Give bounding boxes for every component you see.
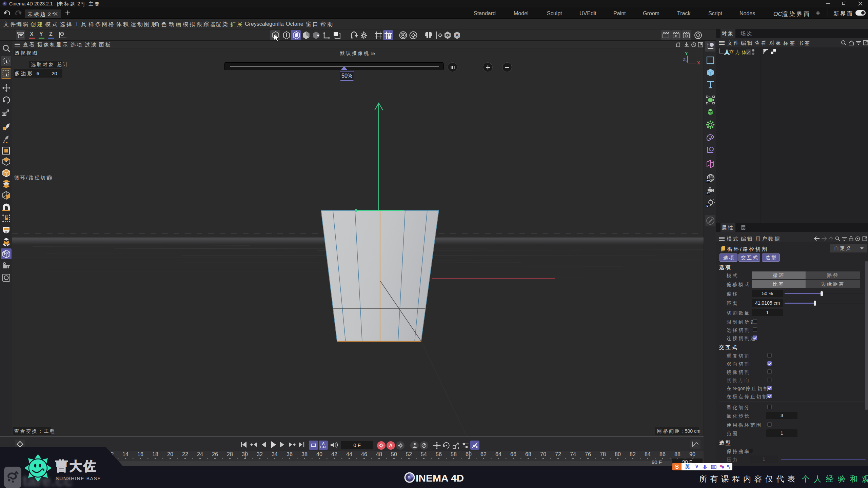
svg-text:A: A: [322, 442, 324, 445]
svg-text:ST: ST: [706, 192, 710, 195]
svg-text:A: A: [455, 33, 459, 38]
svg-text:ST: ST: [706, 204, 710, 207]
svg-text:ST: ST: [706, 180, 710, 183]
